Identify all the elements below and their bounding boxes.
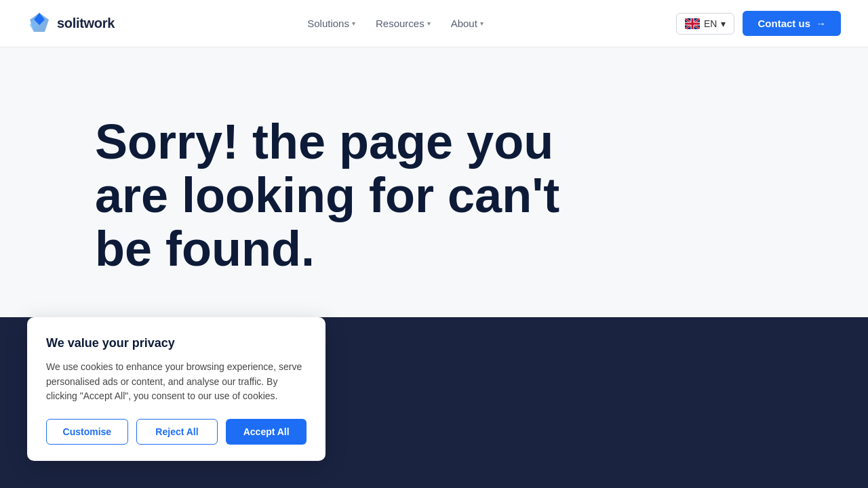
reject-all-button[interactable]: Reject All [136, 419, 218, 445]
logo[interactable]: solitwork [27, 12, 115, 36]
header-right: EN ▾ Contact us → [676, 11, 841, 36]
header: solitwork Solutions ▾ Resources ▾ About … [0, 0, 868, 47]
cookie-body: We use cookies to enhance your browsing … [46, 360, 307, 404]
nav-solutions[interactable]: Solutions ▾ [299, 12, 363, 35]
error-heading: Sorry! the page you are looking for can'… [95, 115, 597, 277]
contact-us-button[interactable]: Contact us → [743, 11, 841, 36]
logo-text: solitwork [57, 16, 115, 31]
customise-button[interactable]: Customise [46, 419, 128, 445]
flag-icon [685, 18, 700, 29]
about-chevron-icon: ▾ [480, 20, 484, 27]
nav-about[interactable]: About ▾ [443, 12, 492, 35]
arrow-icon: → [816, 18, 826, 29]
main-content: Sorry! the page you are looking for can'… [0, 47, 868, 317]
cookie-banner: We value your privacy We use cookies to … [27, 317, 326, 461]
cookie-buttons: Customise Reject All Accept All [46, 419, 307, 445]
nav-resources[interactable]: Resources ▾ [368, 12, 439, 35]
resources-chevron-icon: ▾ [427, 20, 431, 27]
language-selector[interactable]: EN ▾ [676, 13, 734, 35]
lang-chevron-icon: ▾ [721, 18, 726, 29]
solutions-chevron-icon: ▾ [352, 20, 355, 27]
main-nav: Solutions ▾ Resources ▾ About ▾ [299, 12, 492, 35]
logo-icon [27, 12, 52, 36]
cookie-title: We value your privacy [46, 336, 307, 350]
lang-code: EN [704, 18, 717, 29]
accept-all-button[interactable]: Accept All [226, 419, 307, 445]
